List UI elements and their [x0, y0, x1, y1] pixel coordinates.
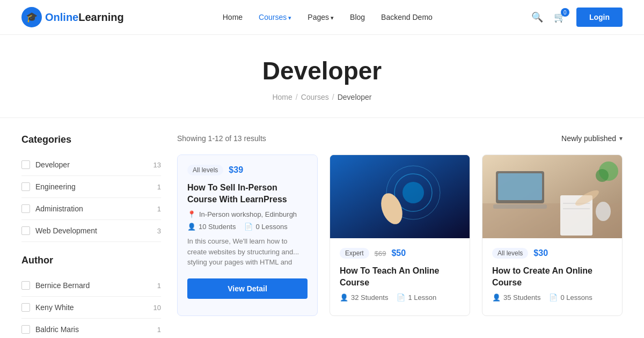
nav-pages[interactable]: Pages: [308, 13, 334, 21]
sidebar: Categories Developer 13 Engineering 1: [21, 134, 161, 338]
nav-backend-demo[interactable]: Backend Demo: [381, 13, 433, 21]
label-bernice: Bernice Bernard: [35, 281, 90, 290]
svg-point-3: [402, 182, 424, 203]
nav-courses[interactable]: Courses: [259, 13, 291, 21]
svg-rect-8: [498, 173, 542, 200]
checkbox-bernice[interactable]: [21, 281, 30, 290]
header-right: 🔍 🛒 0 Login: [531, 8, 623, 27]
logo-text: OnlineLearning: [45, 11, 124, 24]
main-nav: Home Courses Pages Blog Backend Demo: [223, 13, 433, 21]
chevron-down-icon: ▾: [619, 135, 623, 142]
filter-baldric: Baldric Maris 1: [21, 319, 161, 338]
course-card-1: All levels $39 How To Sell In-Person Cou…: [177, 155, 318, 316]
course-desc-1: In this course, We'll learn how to creat…: [187, 236, 308, 268]
course-stats-2: 👤 32 Students 📄 1 Lesson: [340, 293, 460, 302]
breadcrumb-sep-2: /: [332, 93, 334, 101]
user-icon-2: 👤: [340, 293, 348, 302]
count-developer: 13: [153, 161, 161, 169]
course-image-svg-3: [482, 155, 622, 238]
author-title: Author: [21, 255, 161, 266]
label-administration: Administration: [35, 204, 83, 213]
login-button[interactable]: Login: [576, 8, 623, 27]
nav-home[interactable]: Home: [223, 13, 243, 21]
breadcrumb-sep-1: /: [296, 93, 298, 101]
count-baldric: 1: [157, 326, 161, 334]
label-developer: Developer: [35, 160, 70, 169]
checkbox-keny[interactable]: [21, 303, 30, 312]
course-location-1: 📍 In-Person workshop, Edinburgh: [187, 210, 308, 218]
cart-icon[interactable]: 🛒 0: [554, 11, 566, 23]
course-title-3: How to Create An Online Course: [492, 265, 612, 288]
price-current-2: $50: [391, 248, 406, 258]
checkbox-developer[interactable]: [21, 160, 30, 169]
checkbox-engineering[interactable]: [21, 182, 30, 191]
checkbox-baldric[interactable]: [21, 325, 30, 334]
hero-section: Developer Home / Courses / Developer: [0, 35, 644, 118]
svg-rect-0: [330, 155, 470, 238]
nav-blog[interactable]: Blog: [350, 13, 365, 21]
search-icon[interactable]: 🔍: [531, 11, 543, 23]
cart-badge: 0: [561, 8, 569, 17]
price-current-3: $30: [533, 248, 548, 258]
price-current-1: $39: [229, 165, 243, 175]
course-stats-3: 👤 35 Students 📄 0 Lessons: [492, 293, 612, 302]
svg-point-16: [596, 169, 609, 182]
sort-dropdown[interactable]: Newly published ▾: [561, 134, 623, 143]
logo[interactable]: 🎓 OnlineLearning: [21, 7, 124, 27]
svg-rect-9: [493, 204, 547, 209]
course-level-price-3: All levels $30: [492, 248, 612, 259]
course-image-2: Business: [330, 155, 470, 238]
count-keny: 10: [153, 304, 161, 312]
stat-students-1: 👤 10 Students: [187, 223, 236, 231]
course-image-3: Business: [482, 155, 622, 238]
content-header: Showing 1-12 of 13 results Newly publish…: [177, 134, 623, 143]
categories-section: Categories Developer 13 Engineering 1: [21, 134, 161, 242]
stat-lessons-3: 📄 0 Lessons: [549, 293, 592, 302]
breadcrumb-courses[interactable]: Courses: [301, 93, 329, 101]
breadcrumb-home[interactable]: Home: [272, 93, 292, 101]
doc-icon: 📄: [244, 223, 253, 231]
level-badge-3: All levels: [492, 248, 528, 259]
svg-point-13: [596, 202, 611, 221]
course-grid: All levels $39 How To Sell In-Person Cou…: [177, 155, 623, 316]
course-card-2: Business: [330, 155, 470, 316]
sort-label: Newly published: [561, 134, 616, 143]
doc-icon-2: 📄: [397, 293, 405, 302]
course-level-price-2: Expert $69 $50: [340, 248, 460, 259]
page-title: Developer: [11, 56, 633, 85]
course-title-2: How To Teach An Online Course: [340, 265, 460, 288]
results-text: Showing 1-12 of 13 results: [177, 134, 266, 143]
level-badge-2: Expert: [340, 248, 369, 259]
stat-students-2: 👤 32 Students: [340, 293, 388, 302]
content-area: Showing 1-12 of 13 results Newly publish…: [177, 134, 623, 338]
count-web-development: 3: [157, 227, 161, 235]
label-keny: Keny White: [35, 303, 74, 312]
course-stats-1: 👤 10 Students 📄 0 Lessons: [187, 223, 308, 231]
author-section: Author Bernice Bernard 1 Keny White 10: [21, 255, 161, 338]
user-icon-3: 👤: [492, 293, 501, 302]
breadcrumb: Home / Courses / Developer: [11, 93, 633, 101]
stat-students-3: 👤 35 Students: [492, 293, 540, 302]
pin-icon: 📍: [187, 210, 196, 218]
categories-title: Categories: [21, 134, 161, 145]
header: 🎓 OnlineLearning Home Courses Pages Blog…: [0, 0, 644, 35]
count-bernice: 1: [157, 282, 161, 290]
label-baldric: Baldric Maris: [35, 325, 79, 334]
level-badge-1: All levels: [187, 165, 223, 175]
breadcrumb-current: Developer: [338, 93, 372, 101]
filter-keny: Keny White 10: [21, 297, 161, 319]
checkbox-web-development[interactable]: [21, 226, 30, 235]
course-level-price-1: All levels $39: [187, 165, 308, 175]
count-engineering: 1: [157, 183, 161, 191]
label-engineering: Engineering: [35, 182, 76, 191]
checkbox-administration[interactable]: [21, 204, 30, 213]
filter-administration: Administration 1: [21, 198, 161, 220]
main-layout: Categories Developer 13 Engineering 1: [0, 118, 644, 338]
label-web-development: Web Development: [35, 226, 97, 235]
view-detail-button-1[interactable]: View Detail: [187, 278, 308, 299]
course-card-3: Business: [482, 155, 623, 316]
doc-icon-3: 📄: [549, 293, 558, 302]
stat-lessons-1: 📄 0 Lessons: [244, 223, 287, 231]
course-title-1: How To Sell In-Person Course With LearnP…: [187, 182, 308, 205]
price-original-2: $69: [375, 249, 386, 258]
